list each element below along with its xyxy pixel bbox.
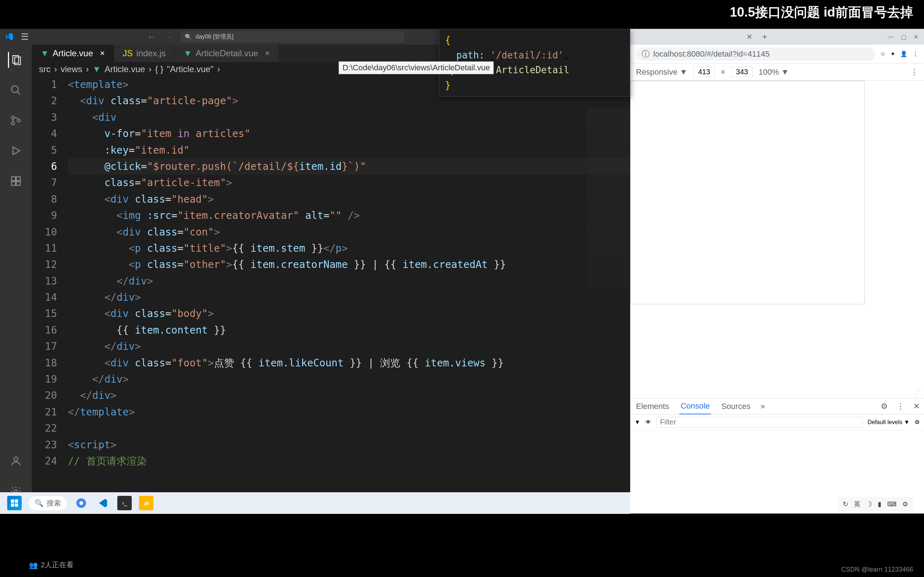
editor-content[interactable]: 123456789101112131415161718192021222324 …: [32, 76, 630, 499]
browser-tab-strip: ✕ + — ▢ ✕: [630, 29, 924, 45]
code-line[interactable]: </template>: [68, 404, 630, 420]
levels-dropdown[interactable]: Default levels ▼: [868, 419, 909, 425]
terminal-icon[interactable]: ›_: [117, 496, 132, 510]
code-lines[interactable]: <template> <div class="article-page"> <d…: [68, 76, 630, 499]
svg-point-4: [11, 116, 15, 119]
tab-elements[interactable]: Elements: [635, 399, 670, 414]
start-button[interactable]: [7, 496, 22, 510]
responsive-dropdown[interactable]: Responsive ▼: [636, 68, 688, 77]
code-line[interactable]: <div class="foot">点赞 {{ item.likeCount }…: [68, 355, 630, 371]
filter-input[interactable]: [656, 417, 863, 428]
code-line[interactable]: <div class="con">: [68, 224, 630, 240]
vscode-taskbar-icon[interactable]: [96, 496, 110, 510]
settings-icon[interactable]: ⚙: [902, 500, 908, 508]
close-icon[interactable]: ✕: [100, 49, 105, 57]
star-icon[interactable]: ☆: [880, 50, 885, 57]
line-number: 23: [32, 437, 57, 453]
tab-close-icon[interactable]: ✕: [746, 32, 753, 41]
search-icon[interactable]: [8, 82, 24, 98]
search-icon: 🔍: [185, 34, 192, 40]
system-tray[interactable]: ↻ 英 ☽ ▮ ⌨ ⚙: [838, 497, 913, 511]
moon-icon[interactable]: ☽: [866, 500, 872, 508]
command-center-search[interactable]: 🔍 day06 [管理员]: [181, 31, 404, 43]
menu-icon[interactable]: ⋮: [913, 50, 918, 57]
code-line[interactable]: {{ item.content }}: [68, 322, 630, 338]
devtools-tabs: Elements Console Sources » ⚙ ⋮ ✕: [630, 398, 924, 414]
code-line[interactable]: <img :src="item.creatorAvatar" alt="" />: [68, 207, 630, 224]
code-line[interactable]: </div>: [68, 371, 630, 387]
gear-icon[interactable]: ⚙: [881, 402, 888, 411]
more-tabs-icon[interactable]: »: [761, 402, 765, 411]
maximize-icon[interactable]: ▢: [901, 34, 906, 40]
popup-line: {: [445, 45, 451, 45]
code-line[interactable]: [68, 420, 630, 436]
code-line[interactable]: <p class="title">{{ item.stem }}</p>: [68, 240, 630, 256]
editor-tab[interactable]: ▼Article.vue✕: [32, 45, 114, 62]
keyboard-icon[interactable]: ⌨: [887, 500, 897, 508]
code-line[interactable]: <div class="head">: [68, 191, 630, 207]
code-line[interactable]: </div>: [68, 273, 630, 289]
breadcrumb-part[interactable]: views: [61, 64, 82, 74]
devtools-menu-icon[interactable]: ⋮: [910, 68, 918, 77]
run-debug-icon[interactable]: [8, 143, 24, 159]
ime-indicator[interactable]: 英: [854, 500, 861, 508]
close-icon[interactable]: ✕: [265, 49, 270, 57]
code-line[interactable]: class="article-item">: [68, 174, 630, 191]
line-number: 8: [32, 191, 57, 207]
close-icon[interactable]: ✕: [914, 34, 918, 40]
vscode-logo-icon: [4, 32, 15, 42]
gear-icon[interactable]: ⚙: [914, 419, 920, 425]
extensions-icon[interactable]: [8, 173, 24, 189]
resize-handle-icon[interactable]: ⋰: [914, 387, 921, 395]
breadcrumb-part[interactable]: "Article.vue": [167, 64, 214, 74]
new-tab-icon[interactable]: +: [762, 32, 767, 42]
sync-icon[interactable]: ↻: [843, 500, 848, 508]
breadcrumb-part[interactable]: Article.vue: [105, 64, 145, 74]
chrome-icon[interactable]: [74, 496, 89, 510]
code-line[interactable]: v-for="item in articles": [68, 126, 630, 142]
nav-back-icon[interactable]: ←: [147, 32, 156, 42]
zoom-dropdown[interactable]: 100% ▼: [759, 68, 789, 77]
code-line[interactable]: </div>: [68, 289, 630, 305]
code-line[interactable]: <div: [68, 109, 630, 126]
line-number: 19: [32, 371, 57, 387]
width-input[interactable]: [693, 67, 715, 77]
editor-tab[interactable]: JSindex.js: [114, 45, 175, 62]
height-input[interactable]: [731, 67, 753, 77]
devtools-menu-icon[interactable]: ⋮: [897, 402, 905, 411]
explorer-icon[interactable]: [8, 52, 24, 68]
nav-forward-icon[interactable]: →: [165, 32, 173, 42]
tab-console[interactable]: Console: [679, 398, 711, 414]
context-dropdown-icon[interactable]: ▼: [635, 419, 640, 425]
code-line[interactable]: </div>: [68, 338, 630, 355]
svg-point-5: [11, 122, 15, 125]
account-icon[interactable]: [8, 453, 24, 469]
url-input[interactable]: ⓘ localhost:8080/#/detail?id=41145: [636, 48, 875, 61]
taskbar-search[interactable]: 🔍 搜索: [29, 496, 67, 510]
extensions-icon[interactable]: ✦: [890, 50, 895, 57]
profile-icon[interactable]: 👤: [900, 50, 908, 57]
code-line[interactable]: </div>: [68, 387, 630, 403]
code-line[interactable]: :key="item.id": [68, 142, 630, 158]
code-line[interactable]: <div class="body">: [68, 305, 630, 322]
code-line[interactable]: <p class="other">{{ item.creatorName }} …: [68, 256, 630, 272]
battery-icon[interactable]: ▮: [878, 500, 881, 508]
code-line[interactable]: // 首页请求渲染: [68, 453, 630, 469]
editor-tab[interactable]: ▼ArticleDetail.vue✕: [175, 45, 279, 62]
popup-line: ,: [564, 50, 570, 61]
close-icon[interactable]: ✕: [913, 402, 920, 411]
eye-icon[interactable]: 👁: [645, 419, 651, 425]
search-icon: 🔍: [35, 499, 44, 508]
source-control-icon[interactable]: [8, 113, 24, 128]
hamburger-menu-icon[interactable]: ☰: [21, 32, 29, 42]
code-line[interactable]: @click="$router.push(`/detail/${item.id}…: [68, 158, 630, 174]
viewport: ⋰: [630, 81, 924, 398]
minimap[interactable]: [587, 108, 630, 288]
js-icon: JS: [123, 48, 133, 58]
explorer-icon[interactable]: 📁: [139, 496, 153, 510]
tab-sources[interactable]: Sources: [720, 399, 752, 414]
minimize-icon[interactable]: —: [888, 34, 894, 40]
breadcrumb-part[interactable]: src: [39, 64, 50, 74]
viewport-frame[interactable]: [630, 81, 865, 305]
code-line[interactable]: <script>: [68, 437, 630, 453]
